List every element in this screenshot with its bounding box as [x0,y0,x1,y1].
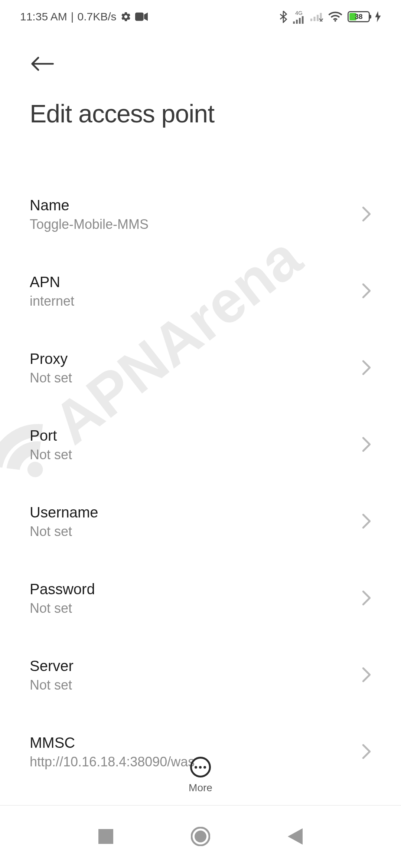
svg-rect-0 [135,13,144,21]
setting-text: PortNot set [30,427,354,463]
setting-value: Not set [30,370,354,386]
chevron-right-icon [362,437,371,453]
setting-text: APNinternet [30,274,354,309]
setting-row-port[interactable]: PortNot set [30,407,371,483]
svg-rect-3 [299,18,301,24]
signal-nosim-icon [310,12,323,22]
battery-icon: 38 [348,11,370,22]
wifi-icon [328,11,342,22]
setting-row-password[interactable]: PasswordNot set [30,560,371,637]
back-button[interactable] [30,52,54,84]
svg-rect-4 [302,16,304,23]
chevron-right-icon [362,360,371,377]
setting-row-username[interactable]: UsernameNot set [30,483,371,560]
setting-text: NameToggle-Mobile-MMS [30,197,354,232]
square-icon [98,839,113,845]
setting-text: UsernameNot set [30,504,354,539]
setting-label: APN [30,274,354,290]
status-separator: | [71,10,74,23]
more-icon [190,757,211,777]
status-bar: 11:35 AM | 0.7KB/s 4G 38 [0,0,401,33]
nav-recents-button[interactable] [91,822,121,852]
setting-label: Password [30,581,354,598]
status-data-rate: 0.7KB/s [78,10,117,23]
svg-rect-7 [317,15,319,21]
nav-home-button[interactable] [183,819,218,855]
settings-list-wrapper: NameToggle-Mobile-MMSAPNinternetProxyNot… [0,135,401,807]
svg-rect-5 [310,19,312,21]
setting-text: PasswordNot set [30,581,354,616]
setting-label: MMSC [30,734,354,751]
chevron-right-icon [362,206,371,223]
setting-value: Not set [30,447,354,463]
status-right: 4G 38 [279,10,381,24]
more-label: More [189,782,212,794]
setting-row-name[interactable]: NameToggle-Mobile-MMS [30,176,371,253]
nav-back-button[interactable] [280,821,310,853]
gear-icon [120,11,131,22]
chevron-right-icon [362,667,371,684]
setting-row-apn[interactable]: APNinternet [30,253,371,330]
setting-row-server[interactable]: ServerNot set [30,637,371,714]
page-title: Edit access point [30,99,371,128]
circle-icon [191,842,210,847]
setting-text: ProxyNot set [30,351,354,386]
setting-label: Proxy [30,351,354,367]
setting-label: Username [30,504,354,521]
svg-rect-2 [296,20,298,24]
setting-row-proxy[interactable]: ProxyNot set [30,330,371,407]
more-button-container: More [0,757,401,794]
svg-rect-11 [98,829,113,844]
status-left: 11:35 AM | 0.7KB/s [20,10,148,23]
charging-icon [375,11,381,22]
header: Edit access point [0,33,401,128]
camera-icon [135,12,148,21]
chevron-right-icon [362,283,371,300]
setting-label: Name [30,197,354,214]
setting-label: Port [30,427,354,444]
svg-rect-1 [293,21,295,23]
arrow-left-icon [30,68,54,73]
triangle-left-icon [288,840,303,846]
svg-point-13 [195,831,206,842]
setting-label: Server [30,658,354,674]
status-time: 11:35 AM [20,10,67,23]
settings-list: NameToggle-Mobile-MMSAPNinternetProxyNot… [0,176,401,807]
setting-value: Not set [30,601,354,616]
signal-4g-icon: 4G [293,10,305,24]
svg-rect-6 [314,17,316,21]
nav-bar [0,805,401,868]
setting-value: internet [30,293,354,309]
setting-text: ServerNot set [30,658,354,693]
setting-value: Not set [30,524,354,539]
chevron-right-icon [362,513,371,530]
more-button[interactable]: More [189,757,212,794]
setting-value: Toggle-Mobile-MMS [30,217,354,232]
svg-point-9 [335,20,336,22]
bluetooth-icon [279,10,287,23]
setting-value: Not set [30,677,354,693]
chevron-right-icon [362,590,371,607]
